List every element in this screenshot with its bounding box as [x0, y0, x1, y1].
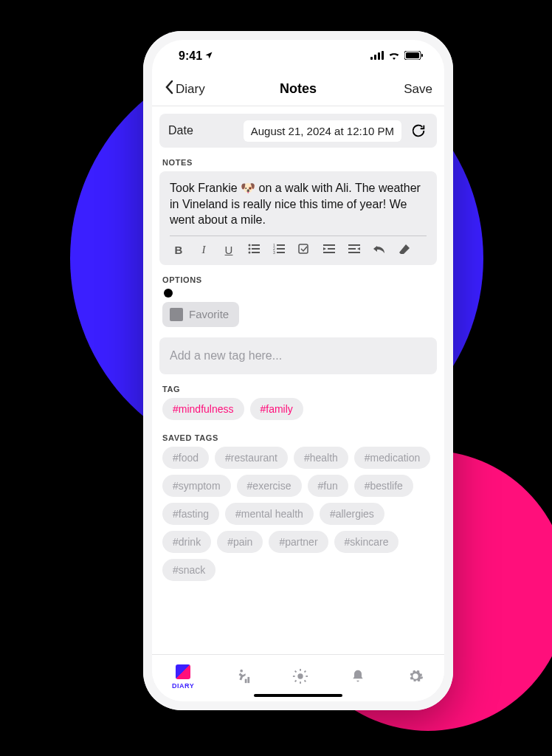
tag-pill[interactable]: #exercise	[237, 475, 302, 497]
svg-point-9	[249, 247, 251, 250]
date-row: Date August 21, 2024 at 12:10 PM	[159, 114, 437, 148]
saved-tags-section-label: SAVED TAGS	[152, 423, 444, 447]
svg-rect-0	[370, 57, 373, 60]
tag-pill[interactable]: #snack	[162, 559, 215, 581]
svg-rect-2	[378, 52, 380, 60]
page-title: Notes	[280, 81, 317, 97]
tag-pill[interactable]: #drink	[162, 531, 211, 553]
gear-icon	[407, 667, 424, 685]
date-label: Date	[168, 124, 193, 137]
svg-rect-12	[252, 252, 260, 253]
tag-pill[interactable]: #mental health	[225, 503, 314, 525]
date-picker[interactable]: August 21, 2024 at 12:10 PM	[244, 120, 401, 142]
back-button[interactable]: Diary	[164, 80, 205, 98]
svg-rect-23	[348, 244, 360, 246]
bullet-list-icon[interactable]	[246, 244, 261, 256]
notes-editor[interactable]: Took Frankie 🐶 on a walk with Ali. The w…	[159, 171, 437, 265]
tag-pill[interactable]: #restaurant	[215, 447, 288, 469]
underline-icon[interactable]: U	[221, 244, 236, 256]
tag-pill[interactable]: #fasting	[162, 503, 219, 525]
tag-pill[interactable]: #food	[162, 447, 209, 469]
status-bar: 9:41	[152, 40, 444, 72]
wifi-icon	[388, 49, 400, 63]
svg-text:3: 3	[273, 250, 275, 254]
phone-frame: 9:41 Dia	[143, 31, 453, 710]
battery-icon	[404, 49, 424, 63]
refresh-button[interactable]	[409, 121, 428, 140]
chevron-left-icon	[164, 80, 174, 98]
back-label: Diary	[176, 82, 205, 97]
tag-pill[interactable]: #pain	[217, 531, 263, 553]
svg-rect-25	[348, 252, 360, 253]
svg-rect-28	[248, 676, 250, 682]
favorite-label: Favorite	[189, 308, 229, 320]
svg-rect-14	[277, 244, 285, 246]
svg-rect-24	[348, 248, 356, 250]
tag-pill[interactable]: #family	[250, 398, 303, 420]
tag-pill[interactable]: #partner	[269, 531, 328, 553]
svg-rect-18	[277, 252, 285, 253]
favorite-toggle[interactable]: Favorite	[162, 302, 239, 327]
location-arrow-icon	[204, 49, 213, 63]
indent-icon[interactable]	[322, 244, 337, 256]
tag-pill[interactable]: #symptom	[162, 475, 231, 497]
svg-rect-3	[382, 51, 384, 60]
tag-pill[interactable]: #allergies	[320, 503, 384, 525]
activity-icon	[234, 667, 252, 685]
content-area: Date August 21, 2024 at 12:10 PM NOTES T…	[152, 106, 444, 654]
svg-rect-16	[277, 248, 285, 250]
tab-notifications[interactable]	[349, 667, 367, 685]
saved-tags: #food#restaurant#health#medication#sympt…	[152, 447, 444, 584]
tag-pill[interactable]: #medication	[354, 447, 431, 469]
checklist-icon[interactable]	[297, 244, 311, 256]
svg-line-34	[295, 670, 297, 672]
tag-input[interactable]: Add a new tag here...	[159, 337, 437, 374]
outdent-icon[interactable]	[347, 244, 362, 256]
svg-point-29	[297, 673, 303, 678]
svg-rect-6	[421, 54, 423, 57]
tag-pill[interactable]: #health	[294, 447, 348, 469]
tab-diary[interactable]: DIARY	[172, 663, 194, 690]
undo-icon[interactable]	[372, 244, 387, 256]
diary-icon	[176, 664, 190, 679]
option-check-icon	[164, 289, 173, 298]
svg-rect-20	[323, 244, 335, 246]
tag-pill[interactable]: #fun	[308, 475, 348, 497]
tab-diary-label: DIARY	[172, 682, 194, 690]
status-time: 9:41	[179, 49, 202, 63]
italic-icon[interactable]: I	[196, 244, 211, 256]
tab-settings[interactable]	[407, 667, 424, 685]
cellular-icon	[370, 49, 384, 63]
sun-icon	[291, 667, 309, 685]
svg-rect-27	[245, 678, 247, 683]
tag-pill[interactable]: #skincare	[334, 531, 399, 553]
svg-rect-10	[252, 248, 260, 250]
svg-rect-8	[252, 244, 260, 246]
screen: 9:41 Dia	[152, 40, 444, 701]
tab-activity[interactable]	[234, 667, 252, 685]
svg-point-26	[240, 669, 243, 672]
numbered-list-icon[interactable]: 123	[272, 244, 286, 256]
svg-line-35	[305, 680, 306, 681]
notes-section-label: NOTES	[152, 148, 444, 171]
bold-icon[interactable]: B	[171, 244, 186, 256]
tag-section-label: TAG	[152, 374, 444, 398]
save-button[interactable]: Save	[404, 82, 432, 97]
eraser-icon[interactable]	[397, 244, 412, 256]
svg-line-37	[305, 670, 306, 672]
bell-icon	[349, 667, 367, 685]
tag-pill[interactable]: #bestlife	[354, 475, 413, 497]
format-toolbar: B I U 123	[170, 236, 427, 259]
svg-rect-5	[406, 52, 419, 58]
svg-rect-19	[299, 244, 308, 253]
tag-pill[interactable]: #mindfulness	[162, 398, 244, 420]
tab-weather[interactable]	[291, 667, 309, 685]
svg-line-36	[295, 680, 297, 681]
nav-bar: Diary Notes Save	[152, 72, 444, 106]
notes-text[interactable]: Took Frankie 🐶 on a walk with Ali. The w…	[170, 180, 427, 236]
options-section-label: OPTIONS	[152, 265, 444, 289]
home-indicator[interactable]	[254, 694, 342, 697]
bookmark-icon	[170, 308, 183, 321]
svg-rect-22	[323, 252, 335, 253]
svg-point-7	[249, 244, 251, 246]
